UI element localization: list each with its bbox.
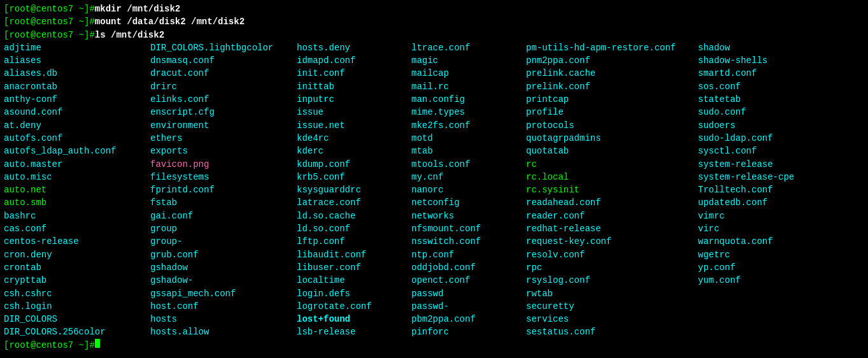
file: lsb-release — [297, 326, 411, 338]
file: securetty — [526, 300, 698, 313]
file: host.conf — [150, 300, 297, 313]
file: exports — [150, 145, 297, 157]
file: kderc — [297, 145, 411, 157]
file: sudo.conf — [698, 106, 800, 118]
cmd-line-3: [root@centos7 ~]#ls /mnt/disk2 — [4, 29, 864, 41]
file: ksysguarddrc — [297, 183, 411, 196]
file: elinks.conf — [150, 93, 297, 106]
file: autofs.conf — [4, 132, 150, 145]
file: dracut.conf — [150, 67, 297, 80]
file: mke2fs.conf — [411, 119, 526, 132]
file-rc-sysinit: rc.sysinit — [526, 183, 698, 196]
file: ethers — [150, 132, 297, 145]
file: init.conf — [297, 67, 411, 80]
file: nsswitch.conf — [411, 235, 526, 248]
file: idmapd.conf — [297, 54, 411, 67]
file-col-3: hosts.deny idmapd.conf init.conf inittab… — [297, 41, 411, 339]
file: sudo-ldap.conf — [698, 132, 800, 145]
file: oddjobd.conf — [411, 261, 526, 274]
file-col-5: pm-utils-hd-apm-restore.conf pnm2ppa.con… — [526, 41, 698, 339]
file: prelink.cache — [526, 67, 698, 80]
file: hosts — [150, 313, 297, 326]
file: my.cnf — [411, 171, 526, 183]
file: DIR_COLORS.lightbgcolor — [150, 41, 297, 54]
file: enscript.cfg — [150, 106, 297, 118]
file: system-release-cpe — [698, 171, 800, 183]
file: pm-utils-hd-apm-restore.conf — [526, 41, 698, 54]
file: redhat-release — [526, 222, 698, 235]
file: warnquota.conf — [698, 235, 800, 248]
cursor — [95, 339, 100, 348]
file: issue — [297, 106, 411, 118]
file: auto.misc — [4, 171, 150, 183]
file: anacrontab — [4, 80, 150, 93]
file: updatedb.conf — [698, 196, 800, 209]
file-favicon: favicon.png — [150, 158, 297, 171]
file-col-1: adjtime aliases aliases.db anacrontab an… — [4, 41, 150, 339]
file-lost-found: lost+found — [297, 313, 411, 326]
file-auto-net: auto.net — [4, 183, 150, 196]
file: group — [150, 222, 297, 235]
file: sos.conf — [698, 80, 800, 93]
file: environment — [150, 119, 297, 132]
file: quotagrpadmins — [526, 132, 698, 145]
file: quotatab — [526, 145, 698, 157]
file: bashrc — [4, 210, 150, 222]
file: crypttab — [4, 274, 150, 287]
file: asound.conf — [4, 106, 150, 118]
file: prelink.conf — [526, 80, 698, 93]
file: ntp.conf — [411, 248, 526, 261]
file: inittab — [297, 80, 411, 93]
file: pbm2ppa.conf — [411, 313, 526, 326]
file: shadow-shells — [698, 54, 800, 67]
file-col-2: DIR_COLORS.lightbgcolor dnsmasq.conf dra… — [150, 41, 297, 339]
file: crontab — [4, 261, 150, 274]
file: rsyslog.conf — [526, 274, 698, 287]
file-auto-smb: auto.smb — [4, 196, 150, 209]
file: aliases.db — [4, 67, 150, 80]
file: profile — [526, 106, 698, 118]
file: dnsmasq.conf — [150, 54, 297, 67]
file: rpc — [526, 261, 698, 274]
file: fstab — [150, 196, 297, 209]
file: drirc — [150, 80, 297, 93]
file: issue.net — [297, 119, 411, 132]
file: mime.types — [411, 106, 526, 118]
file: hosts.deny — [297, 41, 411, 54]
file: system-release — [698, 158, 800, 171]
file: passwd- — [411, 300, 526, 313]
file: lftp.conf — [297, 235, 411, 248]
file: nfsmount.conf — [411, 222, 526, 235]
file: autofs_ldap_auth.conf — [4, 145, 150, 157]
file: gai.conf — [150, 210, 297, 222]
file: krb5.conf — [297, 171, 411, 183]
file: shadow — [698, 41, 800, 54]
file: mail.rc — [411, 80, 526, 93]
file: kdump.conf — [297, 158, 411, 171]
file: libuser.conf — [297, 261, 411, 274]
file: DIR_COLORS.256color — [4, 326, 150, 338]
file: cron.deny — [4, 248, 150, 261]
file: printcap — [526, 93, 698, 106]
file: filesystems — [150, 171, 297, 183]
file: localtime — [297, 274, 411, 287]
terminal: [root@centos7 ~]#mkdir /mnt/disk2 [root@… — [4, 3, 864, 352]
prompt-final: [root@centos7 ~]# — [4, 339, 95, 352]
file: sudoers — [698, 119, 800, 132]
cmd-line-2: [root@centos7 ~]#mount /data/disk2 /mnt/… — [4, 15, 864, 28]
file: csh.cshrc — [4, 287, 150, 300]
file: fprintd.conf — [150, 183, 297, 196]
file: group- — [150, 235, 297, 248]
file: sestatus.conf — [526, 326, 698, 338]
file-rc: rc — [526, 158, 698, 171]
file: DIR_COLORS — [4, 313, 150, 326]
file-listing: adjtime aliases aliases.db anacrontab an… — [4, 41, 864, 339]
file: ld.so.cache — [297, 210, 411, 222]
prompt-2: [root@centos7 ~]# — [4, 15, 95, 28]
file: ld.so.conf — [297, 222, 411, 235]
cmd-line-1: [root@centos7 ~]#mkdir /mnt/disk2 — [4, 3, 864, 15]
file-col-6: shadow shadow-shells smartd.conf sos.con… — [698, 41, 800, 339]
file: hosts.allow — [150, 326, 297, 338]
file: nanorc — [411, 183, 526, 196]
file: kde4rc — [297, 132, 411, 145]
